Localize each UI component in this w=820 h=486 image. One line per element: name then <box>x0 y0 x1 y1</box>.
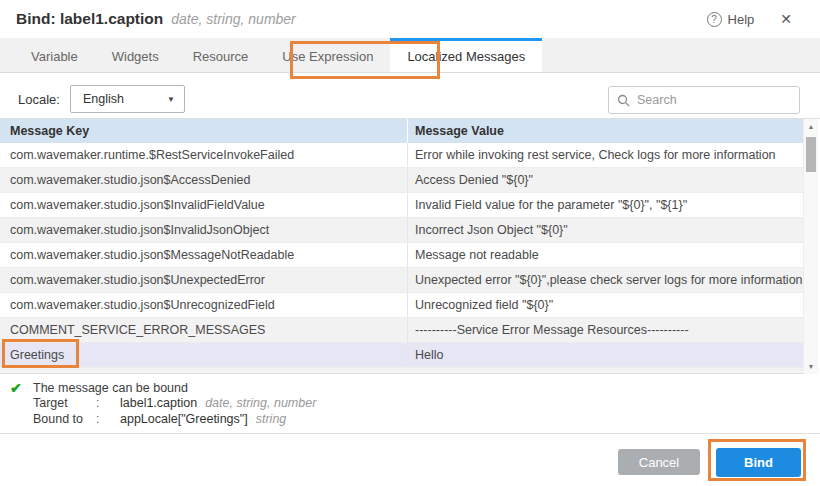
message-key-cell: com.wavemaker.studio.json$InvalidFieldVa… <box>0 193 407 217</box>
close-icon[interactable]: ✕ <box>780 11 792 27</box>
search-box <box>608 86 800 114</box>
chevron-down-icon: ▼ <box>167 95 175 104</box>
message-value-cell: Invalid Field value for the parameter "$… <box>407 193 804 217</box>
table-row[interactable]: com.wavemaker.studio.json$InvalidJsonObj… <box>0 218 804 243</box>
search-icon <box>617 94 630 107</box>
message-value-cell: Unrecognized field "${0}" <box>407 293 804 317</box>
footer-divider <box>0 433 820 434</box>
table-row[interactable]: com.wavemaker.studio.json$MessageNotRead… <box>0 243 804 268</box>
scroll-down-icon[interactable]: ▼ <box>804 363 818 370</box>
colon-separator: : <box>96 412 120 426</box>
binding-summary: Target : label1.captiondate, string, num… <box>33 396 316 426</box>
bound-value-wrap: appLocale["Greetings"]string <box>120 412 316 426</box>
tab-bar: Variable Widgets Resource Use Expression… <box>0 38 820 73</box>
table-row[interactable]: com.wavemaker.runtime.$RestServiceInvoke… <box>0 143 804 168</box>
message-value-cell: Incorrect Json Object "${0}" <box>407 218 804 242</box>
tab-widgets[interactable]: Widgets <box>95 38 176 72</box>
table-row[interactable]: com.wavemaker.studio.json$UnrecognizedFi… <box>0 293 804 318</box>
locale-label: Locale: <box>18 92 60 107</box>
scrollbar-thumb[interactable] <box>806 137 816 172</box>
scroll-up-icon[interactable]: ▲ <box>804 123 818 130</box>
message-value-cell: ----------Service Error Message Resource… <box>407 318 804 342</box>
search-input[interactable] <box>635 92 791 108</box>
messages-table: Message Key Message Value com.wavemaker.… <box>0 118 820 373</box>
table-header-row: Message Key Message Value <box>0 119 804 143</box>
message-value-cell: Unexpected error "${0}",please check ser… <box>407 268 804 292</box>
dialog-header: Bind: label1.captiondate, string, number… <box>0 0 820 38</box>
tab-resource[interactable]: Resource <box>176 38 266 72</box>
cancel-button[interactable]: Cancel <box>618 449 700 475</box>
tab-use-expression[interactable]: Use Expression <box>265 38 390 72</box>
bound-to-label: Bound to <box>33 412 96 426</box>
status-message: The message can be bound <box>33 381 188 395</box>
help-link[interactable]: Help <box>728 12 755 27</box>
tab-localized-messages[interactable]: Localized Messages <box>390 38 542 72</box>
table-row[interactable]: COMMENT_SERVICE_ERROR_MESSAGES ---------… <box>0 318 804 343</box>
colon-separator: : <box>96 396 120 410</box>
message-key-cell: COMMENT_SERVICE_ERROR_MESSAGES <box>0 318 407 342</box>
vertical-scrollbar[interactable]: ▲ ▼ <box>803 119 818 374</box>
table-row[interactable]: com.wavemaker.studio.json$AccessDenied A… <box>0 168 804 193</box>
tab-variable[interactable]: Variable <box>14 38 95 72</box>
target-value: label1.caption <box>120 396 197 410</box>
bind-dialog: Bind: label1.captiondate, string, number… <box>0 0 820 486</box>
message-value-cell: Error while invoking rest service, Check… <box>407 143 804 167</box>
title-wrap: Bind: label1.captiondate, string, number <box>16 10 296 28</box>
table-row[interactable]: com.wavemaker.studio.json$UnexpectedErro… <box>0 268 804 293</box>
message-value-cell: Message not readable <box>407 243 804 267</box>
message-key-cell: com.wavemaker.runtime.$RestServiceInvoke… <box>0 143 407 167</box>
check-icon: ✔ <box>10 380 22 396</box>
table-row[interactable]: com.wavemaker.studio.json$InvalidFieldVa… <box>0 193 804 218</box>
help-icon[interactable]: ? <box>707 12 722 27</box>
locale-selected-value: English <box>83 92 124 106</box>
target-label: Target <box>33 396 96 410</box>
message-key-cell: com.wavemaker.studio.json$AccessDenied <box>0 168 407 192</box>
message-value-cell: Hello <box>407 343 804 367</box>
bound-to-value: appLocale["Greetings"] <box>120 412 248 426</box>
column-header-message-key: Message Key <box>0 119 407 143</box>
message-key-cell: com.wavemaker.studio.json$UnexpectedErro… <box>0 268 407 292</box>
page-title: Bind: label1.caption <box>16 10 163 27</box>
bind-button[interactable]: Bind <box>716 448 801 477</box>
message-key-cell: Greetings <box>0 343 407 367</box>
message-key-cell: com.wavemaker.studio.json$UnrecognizedFi… <box>0 293 407 317</box>
message-key-cell: com.wavemaker.studio.json$InvalidJsonObj… <box>0 218 407 242</box>
header-actions: ? Help ✕ <box>707 11 792 27</box>
title-type-hint: date, string, number <box>171 11 296 27</box>
message-value-cell: Access Denied "${0}" <box>407 168 804 192</box>
target-value-wrap: label1.captiondate, string, number <box>120 396 316 410</box>
bound-to-type: string <box>256 412 287 426</box>
target-type: date, string, number <box>205 396 316 410</box>
locale-select[interactable]: English ▼ <box>70 85 185 113</box>
table-row-partial <box>0 368 804 374</box>
message-key-cell: com.wavemaker.studio.json$MessageNotRead… <box>0 243 407 267</box>
table-row-selected[interactable]: Greetings Hello <box>0 343 804 368</box>
column-header-message-value: Message Value <box>407 119 804 143</box>
